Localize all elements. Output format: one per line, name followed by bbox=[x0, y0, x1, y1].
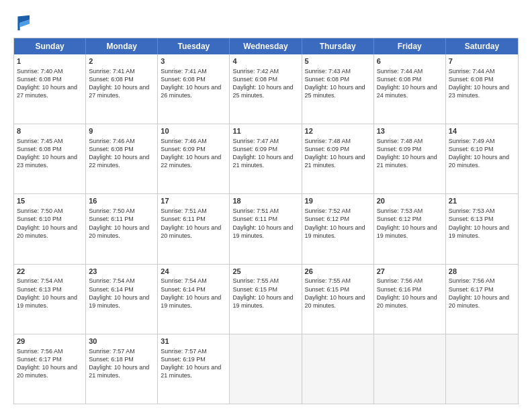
sunset: Sunset: 6:08 PM bbox=[89, 76, 134, 83]
calendar-cell-23: 23Sunrise: 7:54 AMSunset: 6:14 PMDayligh… bbox=[86, 265, 158, 334]
calendar-row-2: 8Sunrise: 7:45 AMSunset: 6:08 PMDaylight… bbox=[14, 124, 518, 193]
day-number: 26 bbox=[305, 267, 371, 277]
sunrise: Sunrise: 7:53 AM bbox=[377, 208, 423, 214]
sunset: Sunset: 6:14 PM bbox=[89, 286, 134, 293]
daylight: Daylight: 10 hours and 27 minutes. bbox=[17, 84, 77, 99]
calendar-cell-31: 31Sunrise: 7:57 AMSunset: 6:19 PMDayligh… bbox=[158, 334, 230, 404]
daylight: Daylight: 10 hours and 21 minutes. bbox=[89, 364, 149, 379]
calendar-cell-20: 20Sunrise: 7:53 AMSunset: 6:12 PMDayligh… bbox=[374, 194, 446, 263]
daylight: Daylight: 10 hours and 20 minutes. bbox=[377, 294, 437, 309]
sunset: Sunset: 6:15 PM bbox=[305, 286, 350, 293]
daylight: Daylight: 10 hours and 20 minutes. bbox=[449, 154, 509, 169]
calendar-cell-1: 1Sunrise: 7:40 AMSunset: 6:08 PMDaylight… bbox=[14, 54, 86, 124]
header-day-thursday: Thursday bbox=[302, 38, 374, 54]
sunrise: Sunrise: 7:48 AM bbox=[305, 138, 351, 144]
daylight: Daylight: 10 hours and 19 minutes. bbox=[377, 224, 437, 239]
calendar-cell-9: 9Sunrise: 7:46 AMSunset: 6:08 PMDaylight… bbox=[86, 124, 158, 193]
day-number: 25 bbox=[232, 267, 298, 277]
daylight: Daylight: 10 hours and 24 minutes. bbox=[377, 84, 437, 99]
calendar-cell-6: 6Sunrise: 7:44 AMSunset: 6:08 PMDaylight… bbox=[374, 54, 446, 124]
sunset: Sunset: 6:08 PM bbox=[17, 76, 62, 83]
day-number: 31 bbox=[161, 336, 226, 347]
sunrise: Sunrise: 7:54 AM bbox=[17, 277, 63, 284]
calendar-cell-empty bbox=[446, 334, 518, 404]
sunrise: Sunrise: 7:56 AM bbox=[449, 277, 495, 284]
calendar-cell-29: 29Sunrise: 7:56 AMSunset: 6:17 PMDayligh… bbox=[14, 334, 86, 404]
sunrise: Sunrise: 7:50 AM bbox=[17, 208, 63, 214]
calendar-cell-5: 5Sunrise: 7:43 AMSunset: 6:08 PMDaylight… bbox=[302, 54, 374, 124]
sunset: Sunset: 6:08 PM bbox=[449, 76, 494, 83]
day-number: 3 bbox=[161, 56, 226, 66]
calendar-cell-24: 24Sunrise: 7:54 AMSunset: 6:14 PMDayligh… bbox=[158, 265, 230, 334]
sunset: Sunset: 6:19 PM bbox=[161, 356, 206, 363]
sunset: Sunset: 6:12 PM bbox=[305, 216, 350, 222]
sunrise: Sunrise: 7:41 AM bbox=[89, 68, 135, 75]
daylight: Daylight: 10 hours and 23 minutes. bbox=[17, 154, 77, 169]
day-number: 10 bbox=[161, 126, 226, 136]
sunset: Sunset: 6:08 PM bbox=[305, 76, 350, 83]
sunset: Sunset: 6:17 PM bbox=[17, 356, 62, 363]
daylight: Daylight: 10 hours and 22 minutes. bbox=[89, 154, 149, 169]
sunset: Sunset: 6:16 PM bbox=[377, 286, 422, 293]
sunrise: Sunrise: 7:51 AM bbox=[161, 208, 207, 214]
sunset: Sunset: 6:08 PM bbox=[377, 76, 422, 83]
sunset: Sunset: 6:11 PM bbox=[161, 216, 206, 222]
day-number: 2 bbox=[89, 56, 154, 66]
daylight: Daylight: 10 hours and 20 minutes. bbox=[17, 364, 77, 379]
sunset: Sunset: 6:08 PM bbox=[232, 76, 277, 83]
sunrise: Sunrise: 7:56 AM bbox=[377, 277, 423, 284]
sunset: Sunset: 6:10 PM bbox=[449, 146, 494, 152]
daylight: Daylight: 10 hours and 25 minutes. bbox=[305, 84, 365, 99]
daylight: Daylight: 10 hours and 21 minutes. bbox=[161, 364, 221, 379]
sunset: Sunset: 6:09 PM bbox=[161, 146, 206, 152]
daylight: Daylight: 10 hours and 19 minutes. bbox=[89, 294, 149, 309]
sunrise: Sunrise: 7:45 AM bbox=[17, 138, 63, 144]
sunset: Sunset: 6:14 PM bbox=[161, 286, 206, 293]
calendar-row-5: 29Sunrise: 7:56 AMSunset: 6:17 PMDayligh… bbox=[14, 334, 518, 404]
sunrise: Sunrise: 7:48 AM bbox=[377, 138, 423, 144]
calendar-row-1: 1Sunrise: 7:40 AMSunset: 6:08 PMDaylight… bbox=[14, 54, 518, 124]
calendar-cell-25: 25Sunrise: 7:55 AMSunset: 6:15 PMDayligh… bbox=[230, 265, 302, 334]
calendar-cell-18: 18Sunrise: 7:51 AMSunset: 6:11 PMDayligh… bbox=[230, 194, 302, 263]
daylight: Daylight: 10 hours and 20 minutes. bbox=[89, 224, 149, 239]
daylight: Daylight: 10 hours and 21 minutes. bbox=[305, 154, 365, 169]
generalblue-logo-icon bbox=[13, 12, 35, 34]
daylight: Daylight: 10 hours and 20 minutes. bbox=[449, 294, 509, 309]
daylight: Daylight: 10 hours and 27 minutes. bbox=[89, 84, 149, 99]
sunset: Sunset: 6:10 PM bbox=[17, 216, 62, 222]
sunset: Sunset: 6:09 PM bbox=[305, 146, 350, 152]
calendar-cell-27: 27Sunrise: 7:56 AMSunset: 6:16 PMDayligh… bbox=[374, 265, 446, 334]
day-number: 29 bbox=[17, 336, 83, 347]
header-day-tuesday: Tuesday bbox=[158, 38, 230, 54]
sunrise: Sunrise: 7:55 AM bbox=[232, 277, 279, 284]
sunrise: Sunrise: 7:44 AM bbox=[377, 68, 423, 75]
sunrise: Sunrise: 7:41 AM bbox=[161, 68, 207, 75]
sunset: Sunset: 6:12 PM bbox=[377, 216, 422, 222]
calendar-cell-16: 16Sunrise: 7:50 AMSunset: 6:11 PMDayligh… bbox=[86, 194, 158, 263]
header-day-saturday: Saturday bbox=[446, 38, 518, 54]
calendar-row-4: 22Sunrise: 7:54 AMSunset: 6:13 PMDayligh… bbox=[14, 264, 518, 334]
calendar-cell-15: 15Sunrise: 7:50 AMSunset: 6:10 PMDayligh… bbox=[14, 194, 86, 263]
day-number: 14 bbox=[449, 126, 515, 136]
calendar-body: 1Sunrise: 7:40 AMSunset: 6:08 PMDaylight… bbox=[14, 54, 518, 404]
header bbox=[13, 12, 519, 34]
sunrise: Sunrise: 7:54 AM bbox=[89, 277, 135, 284]
sunrise: Sunrise: 7:57 AM bbox=[161, 348, 207, 355]
sunrise: Sunrise: 7:42 AM bbox=[232, 68, 279, 75]
day-number: 4 bbox=[232, 56, 298, 66]
day-number: 12 bbox=[305, 126, 371, 136]
daylight: Daylight: 10 hours and 20 minutes. bbox=[17, 224, 77, 239]
day-number: 24 bbox=[161, 267, 226, 277]
calendar-cell-21: 21Sunrise: 7:53 AMSunset: 6:13 PMDayligh… bbox=[446, 194, 518, 263]
calendar-cell-empty bbox=[230, 334, 302, 404]
daylight: Daylight: 10 hours and 20 minutes. bbox=[161, 224, 221, 239]
day-number: 8 bbox=[17, 126, 83, 136]
sunset: Sunset: 6:08 PM bbox=[161, 76, 206, 83]
sunset: Sunset: 6:09 PM bbox=[377, 146, 422, 152]
daylight: Daylight: 10 hours and 22 minutes. bbox=[161, 154, 221, 169]
daylight: Daylight: 10 hours and 19 minutes. bbox=[232, 224, 293, 239]
calendar-cell-13: 13Sunrise: 7:48 AMSunset: 6:09 PMDayligh… bbox=[374, 124, 446, 193]
calendar-cell-30: 30Sunrise: 7:57 AMSunset: 6:18 PMDayligh… bbox=[86, 334, 158, 404]
header-day-monday: Monday bbox=[86, 38, 158, 54]
daylight: Daylight: 10 hours and 19 minutes. bbox=[232, 294, 293, 309]
